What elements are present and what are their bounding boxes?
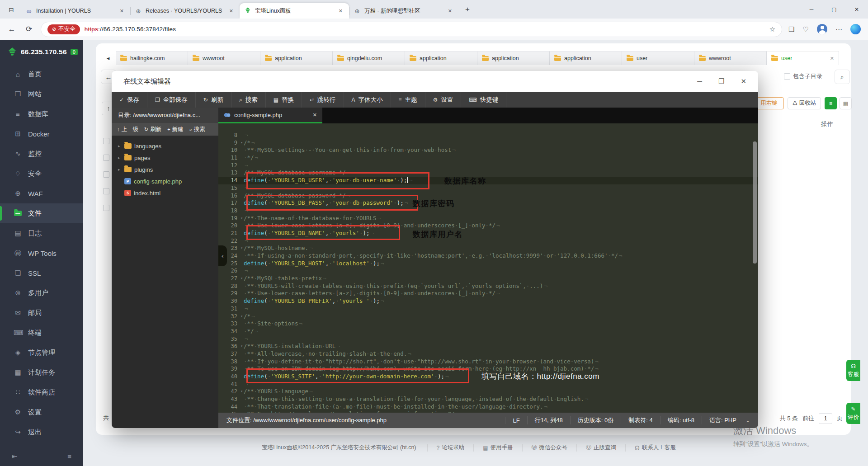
close-icon[interactable]: ✕ — [830, 56, 834, 61]
status-eol[interactable]: LF — [505, 417, 527, 424]
status-tab-size[interactable]: 制表符: 4 — [621, 416, 660, 424]
path-tab-4[interactable]: application — [405, 51, 477, 65]
editor-toolbar-theme[interactable]: ≡主题 — [391, 92, 425, 108]
path-tab-3[interactable]: qingdeliu.com — [333, 51, 405, 65]
editor-toolbar-hotkeys[interactable]: ⌨快捷键 — [461, 92, 506, 108]
path-tab-0[interactable]: hailingke.com — [116, 51, 188, 65]
fold-icon[interactable]: ▾ — [241, 313, 243, 320]
sidebar-item-files[interactable]: 文件 — [0, 203, 83, 223]
caret-icon[interactable]: ▸ — [118, 167, 122, 172]
footer-link-forum-help[interactable]: ?论坛求助 — [427, 444, 474, 452]
editor-toolbar-replace[interactable]: ▤替换 — [266, 92, 302, 108]
tree-item-pages[interactable]: ▸pages — [112, 152, 218, 164]
sidebar-item-ssl[interactable]: ❏SSL — [0, 263, 83, 283]
page-input[interactable]: 1 — [819, 413, 832, 424]
path-tab-2[interactable]: application — [260, 51, 333, 65]
modal-close-icon[interactable]: ✕ — [741, 77, 746, 85]
editor-tab-config-sample[interactable]: config-sample.php ✕ — [218, 108, 322, 123]
path-tab-8[interactable]: wwwroot — [694, 51, 767, 65]
fm-search-button[interactable]: ⌕ — [835, 70, 850, 84]
row-checkbox-0[interactable] — [103, 138, 109, 144]
more-menu-icon[interactable]: ⋯ — [835, 25, 842, 33]
sidebar-item-node-manage[interactable]: ◈节点管理 — [0, 343, 83, 362]
sidebar-item-mail[interactable]: ✉邮局 — [0, 303, 83, 323]
browser-tab-3[interactable]: ⊕万相 - 新的理想型社区✕ — [349, 3, 458, 19]
copilot-icon[interactable] — [850, 24, 861, 34]
row-checkbox-4[interactable] — [103, 205, 109, 211]
modal-fullscreen-icon[interactable]: ❐ — [718, 77, 724, 85]
window-maximize-button[interactable]: ▢ — [823, 0, 845, 19]
profile-avatar[interactable] — [817, 24, 827, 34]
path-tab-1[interactable]: wwwroot — [188, 51, 260, 65]
include-subdir-checkbox[interactable]: 包含子目录 — [784, 72, 822, 80]
menu-list-icon[interactable]: ≡ — [67, 452, 71, 461]
editor-toolbar-save-all[interactable]: ❐全部保存 — [147, 92, 196, 108]
tree-item-languages[interactable]: ▸languages — [112, 140, 218, 152]
fold-icon[interactable]: ▾ — [241, 139, 243, 147]
fold-icon[interactable]: ▾ — [241, 275, 243, 282]
caret-icon[interactable]: ▸ — [118, 144, 122, 148]
customer-service-button[interactable]: ☊ 客服 — [846, 360, 860, 381]
tree-toolbar-up-level[interactable]: ↑上一级 — [117, 126, 138, 133]
fold-icon[interactable]: ▾ — [241, 245, 243, 252]
tab-close-icon[interactable]: ✕ — [446, 7, 454, 15]
sidebar-item-site[interactable]: ❐网站 — [0, 84, 83, 104]
editor-toolbar-settings[interactable]: ⚙设置 — [425, 92, 462, 108]
footer-link-wechat[interactable]: Ⓦ微信公众号 — [522, 444, 577, 452]
checkbox-icon[interactable] — [784, 73, 790, 80]
sidebar-item-home[interactable]: ⌂首页 — [0, 64, 83, 84]
row-checkbox-2[interactable] — [103, 171, 109, 178]
tab-close-icon[interactable]: ✕ — [337, 7, 344, 15]
caret-icon[interactable]: ▸ — [118, 155, 122, 160]
right-menu-button[interactable]: 用右键 — [754, 97, 784, 109]
feedback-button[interactable]: ✎ 评价 — [846, 403, 860, 424]
status-encoding[interactable]: 编码: utf-8 — [660, 416, 702, 424]
sidebar-item-waf[interactable]: ⊕WAF — [0, 184, 83, 203]
browser-tab-2[interactable]: 宝塔Linux面板✕ — [240, 3, 349, 19]
list-view-button[interactable]: ≡ — [825, 97, 837, 109]
row-checkbox-3[interactable] — [103, 188, 109, 194]
sidebar-item-cron[interactable]: ▦计划任务 — [0, 362, 83, 382]
sidebar-item-wp-tools[interactable]: ⓌWP Tools — [0, 243, 83, 263]
recycle-bin-button[interactable]: ♺回收站 — [788, 97, 821, 109]
editor-scrollbar[interactable] — [753, 141, 757, 264]
sidebar-item-app-store[interactable]: ∷软件商店 — [0, 382, 83, 402]
sidebar-item-security[interactable]: ♢安全 — [0, 164, 83, 184]
browser-tab-1[interactable]: ⊕Releases · YOURLS/YOURLS✕ — [130, 3, 240, 19]
browser-tab-0[interactable]: ∞Installation | YOURLS✕ — [21, 3, 130, 19]
tab-list-icon[interactable]: ⊟ — [4, 3, 19, 17]
footer-link-license-check[interactable]: Ⓠ正版查询 — [576, 444, 625, 452]
editor-toolbar-save[interactable]: ✓保存 — [112, 92, 147, 108]
sidebar-item-database[interactable]: ≡数据库 — [0, 104, 83, 124]
sidebar-item-multi-user[interactable]: ⊚多用户 — [0, 283, 83, 303]
editor-toolbar-font-size[interactable]: A字体大小 — [344, 92, 391, 108]
status-language[interactable]: 语言: PHP — [702, 416, 744, 424]
tree-item-index.html[interactable]: 5index.html — [112, 187, 218, 199]
path-tab-6[interactable]: application — [550, 51, 622, 65]
footer-link-manual[interactable]: ▤使用手册 — [473, 444, 522, 452]
tree-toolbar-search[interactable]: ⌕搜索 — [189, 126, 205, 133]
directory-path[interactable]: 目录: /www/wwwroot/djiefna.c... — [112, 108, 218, 123]
grid-view-button[interactable]: ▦ — [840, 97, 852, 109]
sidebar-item-terminal[interactable]: ⌨终端 — [0, 323, 83, 343]
security-badge[interactable]: ⊘不安全 — [47, 24, 80, 34]
footer-link-support[interactable]: ☊联系人工客服 — [625, 444, 685, 452]
message-count-badge[interactable]: 0 — [71, 49, 78, 55]
editor-toolbar-refresh[interactable]: ↻刷新 — [196, 92, 231, 108]
split-screen-icon[interactable]: ❏ — [788, 25, 794, 33]
tree-toolbar-new[interactable]: +新建 — [167, 126, 183, 133]
tree-toolbar-refresh[interactable]: ↻刷新 — [144, 126, 161, 133]
path-tab-9[interactable]: user✕ — [767, 51, 839, 65]
back-icon[interactable]: ← — [6, 25, 17, 34]
refresh-icon[interactable]: ⟳ — [24, 24, 34, 34]
status-cursor-position[interactable]: 行14, 列48 — [527, 416, 570, 424]
fold-icon[interactable]: ▾ — [241, 343, 243, 350]
collapse-tree-handle[interactable]: ‹ — [218, 245, 227, 266]
row-checkbox-1[interactable] — [103, 155, 109, 161]
favorites-icon[interactable]: ♡ — [803, 25, 809, 33]
tab-close-icon[interactable]: ✕ — [313, 112, 317, 118]
path-tab-7[interactable]: user — [622, 51, 694, 65]
editor-toolbar-search[interactable]: ⌕搜索 — [231, 92, 266, 108]
tree-item-plugins[interactable]: ▸plugins — [112, 164, 218, 175]
collapse-sidebar-icon[interactable]: ⇤ — [12, 452, 18, 461]
